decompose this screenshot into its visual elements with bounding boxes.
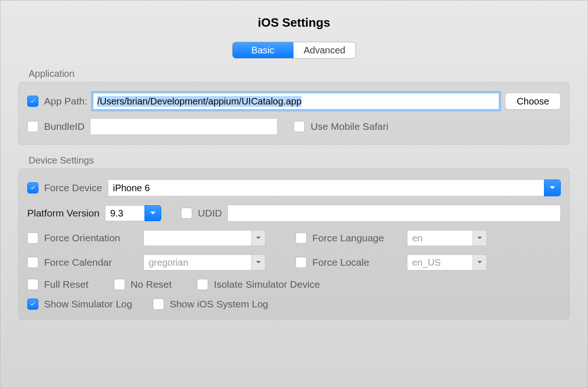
device-group: Force Device iPhone 6 Platform Version 9… [18,169,570,320]
app-path-input[interactable] [93,93,499,110]
force-language-value: en [407,230,473,246]
platform-version-label: Platform Version [27,208,99,219]
isolate-sim-checkbox[interactable] [197,279,208,290]
force-calendar-checkbox[interactable] [27,257,38,268]
force-device-value: iPhone 6 [108,179,544,196]
platform-version-select[interactable]: 9.3 [105,205,161,221]
device-section-label: Device Settings [29,155,570,166]
force-orientation-checkbox[interactable] [27,232,38,244]
show-sim-log-checkbox[interactable] [27,298,38,310]
isolate-sim-label: Isolate Simulator Device [214,279,320,290]
force-locale-checkbox[interactable] [295,257,307,268]
tab-advanced[interactable]: Advanced [294,42,356,58]
bundle-id-checkbox[interactable] [27,121,38,132]
application-group: App Path: Choose BundleID Use Mobile Saf… [18,82,570,145]
no-reset-label: No Reset [131,279,172,290]
bundle-id-input[interactable] [90,118,278,135]
chevron-down-icon [251,254,265,270]
udid-label: UDID [198,208,222,219]
tab-basic[interactable]: Basic [233,42,294,58]
force-locale-value: en_US [407,254,473,270]
force-orientation-value [143,230,251,246]
chevron-down-icon [473,230,487,246]
full-reset-label: Full Reset [44,279,89,290]
checkmark-icon [30,98,36,104]
checkmark-icon [30,301,36,307]
force-device-label: Force Device [44,182,102,194]
force-orientation-select[interactable] [143,230,265,246]
checkmark-icon [30,185,36,191]
chevron-down-icon [144,205,161,221]
mobile-safari-checkbox[interactable] [294,121,305,132]
no-reset-checkbox[interactable] [114,279,125,290]
page-title: iOS Settings [0,15,588,30]
force-calendar-value: gregorian [143,254,251,270]
force-language-checkbox[interactable] [295,232,307,244]
bundle-id-label: BundleID [44,121,84,132]
chevron-down-icon [251,230,265,246]
mobile-safari-label: Use Mobile Safari [310,121,388,132]
application-section-label: Application [29,68,570,79]
udid-checkbox[interactable] [181,208,192,219]
full-reset-checkbox[interactable] [27,279,38,290]
udid-input[interactable] [227,205,561,222]
platform-version-value: 9.3 [105,205,144,221]
show-sim-log-label: Show Simulator Log [44,298,132,310]
force-locale-select[interactable]: en_US [407,254,487,270]
tab-bar: Basic Advanced [0,42,588,58]
force-language-select[interactable]: en [407,230,487,246]
force-locale-label: Force Locale [312,257,401,268]
app-path-checkbox[interactable] [27,96,38,107]
choose-button[interactable]: Choose [505,93,561,110]
show-sys-log-label: Show iOS System Log [170,298,268,310]
force-device-checkbox[interactable] [27,182,38,194]
chevron-down-icon [544,179,561,196]
chevron-down-icon [473,254,487,270]
force-device-select[interactable]: iPhone 6 [108,179,561,196]
force-orientation-label: Force Orientation [44,232,138,244]
force-language-label: Force Language [312,232,401,244]
force-calendar-label: Force Calendar [44,257,138,268]
show-sys-log-checkbox[interactable] [153,298,164,310]
force-calendar-select[interactable]: gregorian [143,254,265,270]
app-path-label: App Path: [44,96,87,107]
